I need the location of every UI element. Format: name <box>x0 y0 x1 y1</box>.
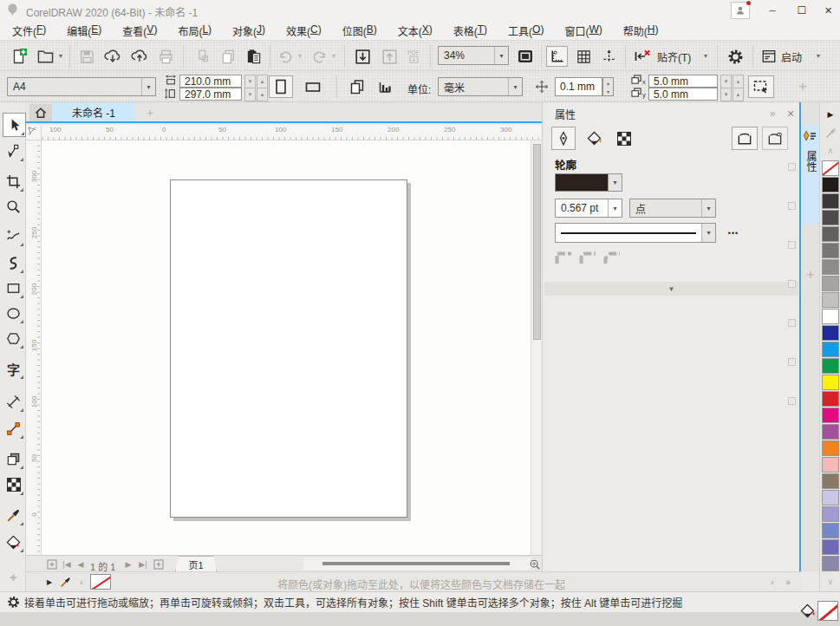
close-button[interactable]: ✕ <box>817 0 840 21</box>
palette-swatch-brown[interactable] <box>822 473 839 489</box>
status-outline-indicator[interactable] <box>817 601 838 621</box>
menu-item-x[interactable]: 文本(X) <box>393 21 438 41</box>
text-tool[interactable]: 字 <box>3 357 24 380</box>
undo-dropdown[interactable]: ▾ <box>295 52 305 61</box>
palette-swatch-orange[interactable] <box>822 440 839 456</box>
snap-to-button[interactable]: 贴齐(T) <box>657 49 691 64</box>
snap-to-dropdown[interactable]: ▾ <box>700 52 711 61</box>
docker-expander-bar[interactable]: ▼ <box>544 282 798 296</box>
first-page-button[interactable]: |◀ <box>61 558 73 570</box>
zoom-dropdown-icon[interactable]: ▾ <box>494 47 508 64</box>
h-scrollbar[interactable] <box>303 558 531 570</box>
eyedropper-tool[interactable] <box>3 504 24 526</box>
palette-swatch-green[interactable] <box>822 358 839 374</box>
v-scrollbar-thumb[interactable] <box>533 144 541 340</box>
palette-swatch-white[interactable] <box>822 309 839 324</box>
outline-color-swatch[interactable] <box>555 173 609 192</box>
palette-swatch-purple[interactable] <box>822 424 839 440</box>
h-ruler[interactable]: 10050050100150200250300 <box>42 125 542 140</box>
undo-button[interactable] <box>276 47 295 66</box>
interactive-fill-tool[interactable] <box>3 531 24 553</box>
zoom-level-combo[interactable]: 34% ▾ <box>438 46 509 65</box>
zoom-tool[interactable] <box>3 195 24 218</box>
page-tab[interactable]: 页1 <box>175 556 217 571</box>
open-button[interactable] <box>35 47 55 66</box>
docker-close-button[interactable]: ✕ <box>781 105 800 122</box>
user-account-button[interactable] <box>731 2 750 19</box>
home-tab-button[interactable] <box>29 104 52 121</box>
all-pages-button[interactable] <box>345 75 368 98</box>
palette-swatch-cornflower[interactable] <box>822 523 839 538</box>
show-rulers-button[interactable] <box>546 46 568 67</box>
menu-item-l[interactable]: 布局(L) <box>173 21 217 41</box>
doc-palette-flyout-icon[interactable]: ▶ <box>45 577 54 586</box>
miter-corner-button[interactable] <box>555 251 572 264</box>
add-tool-tool[interactable]: + <box>3 565 24 588</box>
docker-collapse-button[interactable]: » <box>764 105 781 122</box>
palette-swatch-magenta[interactable] <box>822 408 839 423</box>
rectangle-tool[interactable] <box>3 277 24 299</box>
outline-width-dropdown-icon[interactable]: ▾ <box>608 199 622 217</box>
next-page-button[interactable]: ▶ <box>123 558 133 570</box>
doc-palette-more[interactable]: » <box>782 576 794 588</box>
status-gear-icon[interactable] <box>2 593 24 612</box>
units-dropdown-icon[interactable]: ▾ <box>508 78 522 95</box>
outline-tab[interactable] <box>551 127 576 150</box>
page-height-spinner[interactable]: ▾▴ <box>244 88 268 101</box>
add-page-start-button[interactable] <box>46 558 58 570</box>
palette-swatch-gray-80[interactable] <box>822 210 839 225</box>
drop-shadow-tool[interactable] <box>3 447 24 470</box>
menu-item-o[interactable]: 工具(O) <box>503 21 549 41</box>
snap-off-button[interactable] <box>631 46 654 67</box>
launch-dropdown[interactable]: ▾ <box>813 52 824 61</box>
palette-swatch-gray-70[interactable] <box>822 226 839 242</box>
menu-item-j[interactable]: 对象(J) <box>227 21 270 41</box>
menu-item-c[interactable]: 效果(C) <box>281 21 327 41</box>
cut-button[interactable] <box>192 47 213 66</box>
page-width-input[interactable]: 210.0 mm <box>179 75 242 88</box>
cloud-open-button[interactable] <box>101 46 124 67</box>
page-width-spinner[interactable]: ▾▴ <box>244 75 268 88</box>
fullscreen-preview-button[interactable] <box>514 47 537 66</box>
page-preset-combo[interactable]: A4 ▾ <box>7 77 156 96</box>
palette-swatch-gray-violet[interactable] <box>822 556 839 571</box>
pick-tool[interactable] <box>3 113 26 137</box>
palette-scroll-up-button[interactable]: ∧ <box>824 144 837 156</box>
palette-swatch-pale-lavender[interactable] <box>822 490 839 505</box>
new-document-button[interactable] <box>9 47 29 66</box>
round-corner-button[interactable] <box>579 251 596 264</box>
zoom-tool-corner-button[interactable] <box>527 557 542 571</box>
docker-tab-properties[interactable]: 属性 <box>801 125 819 225</box>
palette-swatch-gray-50[interactable] <box>822 259 839 275</box>
palette-swatch-gray-40[interactable] <box>822 276 839 291</box>
docker-add-button[interactable]: + <box>803 267 818 283</box>
connector-tool[interactable] <box>3 417 24 440</box>
save-button[interactable] <box>76 47 97 66</box>
outline-style-dropdown-icon[interactable]: ▾ <box>701 224 715 242</box>
outline-color-dropdown[interactable]: ▾ <box>609 173 622 192</box>
show-guidelines-button[interactable] <box>599 46 621 67</box>
cloud-save-button[interactable] <box>128 46 151 67</box>
palette-swatch-violet[interactable] <box>822 539 839 555</box>
page[interactable] <box>170 179 407 518</box>
palette-swatch-pink[interactable] <box>822 457 839 473</box>
launch-icon[interactable] <box>759 47 778 66</box>
palette-swatch-gray-90[interactable] <box>822 193 839 209</box>
page-preset-dropdown-icon[interactable]: ▾ <box>141 78 155 95</box>
outline-settings-more-button[interactable]: ••• <box>723 225 744 241</box>
import-button[interactable] <box>351 46 374 67</box>
canvas[interactable] <box>42 140 531 555</box>
palette-swatch-yellow[interactable] <box>822 375 839 390</box>
doc-palette-scroll-right[interactable]: › <box>767 576 778 588</box>
palette-swatch-black[interactable] <box>822 177 839 192</box>
transparency-tool[interactable] <box>3 473 24 496</box>
palette-scroll-down-button[interactable]: ∨ <box>824 575 837 587</box>
duplicate-y-spinner[interactable]: ▾▴ <box>720 88 744 101</box>
menu-item-t[interactable]: 表格(T) <box>448 21 492 41</box>
duplicate-x-input[interactable]: 5.0 mm <box>648 75 718 88</box>
nudge-input[interactable]: 0.1 mm <box>555 77 602 96</box>
h-scrollbar-thumb[interactable] <box>322 562 510 565</box>
shape-tool[interactable] <box>3 140 24 162</box>
outline-style-combo[interactable]: ▾ <box>555 223 716 243</box>
palette-swatch-no-color[interactable] <box>822 160 839 176</box>
